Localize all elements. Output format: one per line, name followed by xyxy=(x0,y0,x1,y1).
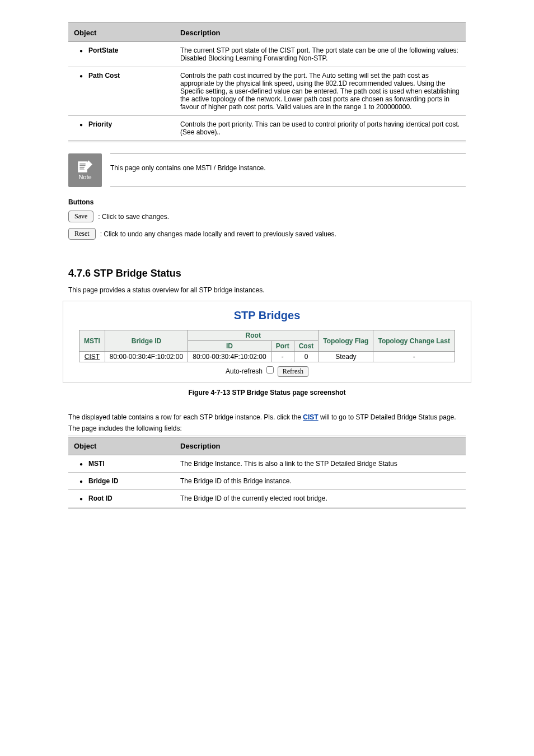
note-icon: Note xyxy=(68,153,102,187)
col-object: Object xyxy=(68,24,175,42)
cell-topo-flag: Steady xyxy=(318,352,373,362)
th-bridge-id: Bridge ID xyxy=(105,330,188,352)
th-topo-change: Topology Change Last xyxy=(373,330,455,352)
cell-root-id: 80:00-00:30:4F:10:02:00 xyxy=(188,352,271,362)
cist-link[interactable]: CIST xyxy=(85,353,100,361)
cell-root-port: - xyxy=(271,352,294,362)
th-root-port: Port xyxy=(271,341,294,352)
buttons-section: Buttons Save : Click to save changes. Re… xyxy=(68,198,466,240)
note-text: This page only contains one MSTI / Bridg… xyxy=(110,153,466,187)
th-root-cost: Cost xyxy=(294,341,318,352)
row-label: Bridge ID xyxy=(88,477,118,485)
bullet-icon: ● xyxy=(79,478,83,484)
table-row: ●Root ID The Bridge ID of the currently … xyxy=(68,490,466,508)
section-text: This page provides a status overview for… xyxy=(68,285,466,295)
col-description: Description xyxy=(175,24,466,42)
th-root: Root xyxy=(188,330,318,341)
th-root-id: ID xyxy=(188,341,271,352)
row-label: Path Cost xyxy=(88,72,120,80)
cell-topo-change: - xyxy=(373,352,455,362)
save-desc: : Click to save changes. xyxy=(98,213,169,221)
bullet-icon: ● xyxy=(79,48,83,54)
cell-bridge-id: 80:00-00:30:4F:10:02:00 xyxy=(105,352,188,362)
row-desc: The Bridge ID of the currently elected r… xyxy=(175,490,466,508)
figure-caption: Figure 4-7-13 STP Bridge Status page scr… xyxy=(68,389,466,396)
reset-desc: : Click to undo any changes made locally… xyxy=(100,230,336,238)
figure-title: STP Bridges xyxy=(69,309,465,322)
auto-refresh-label: Auto-refresh xyxy=(226,367,263,375)
page-description-2: The page includes the following fields: xyxy=(68,424,466,432)
bullet-icon: ● xyxy=(79,496,83,502)
section-heading: 4.7.6 STP Bridge Status xyxy=(68,268,466,279)
table-row: ●Path Cost Controls the path cost incurr… xyxy=(68,67,466,116)
stp-bridges-table: MSTI Bridge ID Root Topology Flag Topolo… xyxy=(79,330,455,362)
bullet-icon: ● xyxy=(79,73,83,79)
th-topo-flag: Topology Flag xyxy=(318,330,373,352)
bullet-icon: ● xyxy=(79,122,83,128)
row-label: Root ID xyxy=(88,494,113,502)
cell-root-cost: 0 xyxy=(294,352,318,362)
note-block: Note This page only contains one MSTI / … xyxy=(68,153,466,187)
th-msti: MSTI xyxy=(79,330,105,352)
row-desc: The current STP port state of the CIST p… xyxy=(175,42,466,67)
reset-button[interactable]: Reset xyxy=(68,228,96,240)
table-row: ●PortState The current STP port state of… xyxy=(68,42,466,67)
table-row: ●Bridge ID The Bridge ID of this Bridge … xyxy=(68,473,466,490)
row-desc: Controls the path cost incurred by the p… xyxy=(175,67,466,116)
parameter-table-1: Object Description ●PortState The curren… xyxy=(68,22,466,142)
page-description: The displayed table contains a row for e… xyxy=(68,413,466,421)
parameter-table-2: Object Description ●MSTI The Bridge Inst… xyxy=(68,436,466,508)
auto-refresh-checkbox[interactable] xyxy=(266,366,274,374)
row-desc: The Bridge ID of this Bridge instance. xyxy=(175,473,466,490)
row-label: PortState xyxy=(88,46,118,54)
stp-bridges-figure: STP Bridges MSTI Bridge ID Root Topology… xyxy=(63,301,471,383)
refresh-button[interactable]: Refresh xyxy=(278,366,308,377)
row-label: Priority xyxy=(88,120,112,128)
bullet-icon: ● xyxy=(79,461,83,467)
col-object: Object xyxy=(68,437,175,455)
table-row: ●Priority Controls the port priority. Th… xyxy=(68,116,466,142)
row-desc: The Bridge Instance. This is also a link… xyxy=(175,455,466,473)
row-desc: Controls the port priority. This can be … xyxy=(175,116,466,142)
cist-inline-link[interactable]: CIST xyxy=(303,413,318,421)
save-button[interactable]: Save xyxy=(68,211,93,222)
stp-row: CIST 80:00-00:30:4F:10:02:00 80:00-00:30… xyxy=(79,352,455,362)
table-row: ●MSTI The Bridge Instance. This is also … xyxy=(68,455,466,473)
note-label: Note xyxy=(78,174,91,180)
col-description: Description xyxy=(175,437,466,455)
buttons-heading: Buttons xyxy=(68,198,466,206)
row-label: MSTI xyxy=(88,460,105,468)
